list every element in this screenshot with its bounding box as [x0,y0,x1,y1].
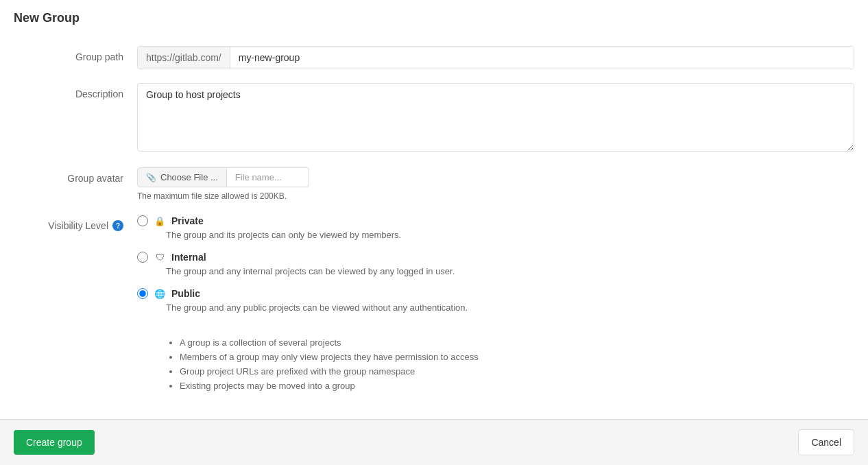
visibility-field: Private The group and its projects can o… [137,215,854,395]
globe-icon [154,287,166,300]
group-path-input-wrapper: https://gitlab.com/ [137,46,854,69]
visibility-radio-private[interactable] [137,215,148,226]
description-textarea[interactable]: Group to host projects [137,83,854,152]
group-path-field: https://gitlab.com/ [137,46,854,69]
visibility-public-header: Public [137,287,854,300]
visibility-label-text: Visibility Level [48,220,108,231]
avatar-field: Choose File ... File name... The maximum… [137,167,854,201]
avatar-row: Group avatar Choose File ... File name..… [14,167,854,201]
group-path-prefix: https://gitlab.com/ [138,47,230,69]
visibility-option-internal: Internal The group and any internal proj… [137,251,854,276]
visibility-option-private: Private The group and its projects can o… [137,215,854,240]
help-icon[interactable]: ? [112,220,123,231]
info-list-item: Group project URLs are prefixed with the… [180,366,854,377]
lock-icon [154,215,166,227]
choose-file-button[interactable]: Choose File ... [137,167,227,187]
shield-icon [154,251,166,263]
visibility-row: Visibility Level ? Private The group and… [14,215,854,395]
visibility-internal-label: Internal [171,252,206,263]
info-list-item: Existing projects may be moved into a gr… [180,381,854,391]
description-label: Description [14,83,137,99]
group-path-input[interactable] [230,47,854,69]
paperclip-icon [146,172,156,182]
visibility-options: Private The group and its projects can o… [137,215,854,395]
footer-bar: Create group Cancel [0,419,868,427]
description-field: Group to host projects [137,83,854,154]
page-title: New Group [14,11,854,25]
description-row: Description Group to host projects [14,83,854,154]
visibility-internal-header: Internal [137,251,854,263]
visibility-public-label: Public [171,288,200,299]
visibility-private-desc: The group and its projects can only be v… [166,230,854,240]
choose-file-label: Choose File ... [160,172,218,182]
visibility-private-header: Private [137,215,854,227]
file-size-hint: The maximum file size allowed is 200KB. [137,191,854,201]
visibility-radio-public[interactable] [137,288,148,299]
file-name-display: File name... [227,167,309,187]
group-path-label: Group path [14,46,137,62]
group-path-row: Group path https://gitlab.com/ [14,46,854,69]
visibility-radio-internal[interactable] [137,252,148,263]
visibility-public-desc: The group and any public projects can be… [166,302,854,313]
visibility-private-label: Private [171,215,204,226]
visibility-option-public: Public The group and any public projects… [137,287,854,313]
info-list: A group is a collection of several proje… [166,337,854,395]
info-list-item: A group is a collection of several proje… [180,337,854,348]
avatar-label: Group avatar [14,167,137,184]
visibility-internal-desc: The group and any internal projects can … [166,266,854,276]
file-input-wrapper: Choose File ... File name... [137,167,854,187]
visibility-label: Visibility Level ? [14,215,137,231]
new-group-form: Group path https://gitlab.com/ Descripti… [14,39,854,416]
info-list-item: Members of a group may only view project… [180,352,854,362]
